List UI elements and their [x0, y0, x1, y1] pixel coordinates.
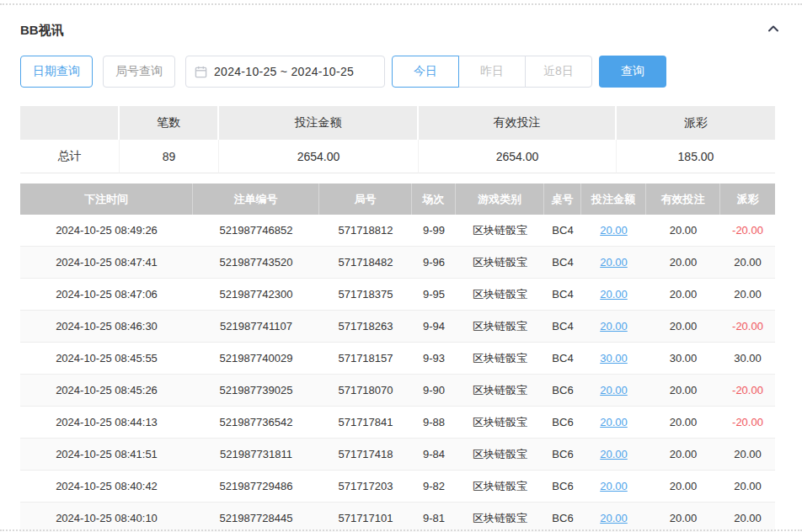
cell-session: 9-95 [412, 279, 456, 310]
table-row: 2024-10-25 08:47:41 521987743520 5717184… [20, 247, 775, 279]
bet-table-body: 2024-10-25 08:49:26 521987746852 5717188… [20, 215, 775, 532]
summary-header-payout: 派彩 [617, 106, 775, 140]
cell-round-no: 571717841 [319, 407, 412, 438]
date-range-value: 2024-10-25 ~ 2024-10-25 [214, 65, 354, 78]
cell-table-no: BC4 [544, 215, 581, 246]
cell-game-type: 区块链骰宝 [456, 503, 544, 532]
bet-amount-link[interactable]: 20.00 [581, 407, 646, 438]
cell-payout: -20.00 [720, 407, 775, 438]
cell-order-no: 521987743520 [193, 247, 319, 278]
cell-bet-time: 2024-10-25 08:45:55 [20, 343, 193, 374]
cell-round-no: 571717203 [319, 471, 412, 502]
summary-header-row: 笔数 投注金额 有效投注 派彩 [20, 106, 775, 140]
cell-table-no: BC6 [544, 375, 581, 406]
summary-payout-value: 185.00 [617, 140, 775, 173]
cell-game-type: 区块链骰宝 [456, 247, 544, 278]
collapse-button[interactable] [765, 22, 782, 39]
bet-amount-link[interactable]: 20.00 [581, 311, 646, 342]
cell-valid-bet: 20.00 [646, 311, 720, 342]
summary-bet-count-value: 89 [120, 140, 219, 173]
cell-session: 9-99 [412, 215, 456, 246]
section-header: BB视讯 [20, 22, 782, 39]
cell-payout: -20.00 [720, 215, 775, 246]
cell-round-no: 571718812 [319, 215, 412, 246]
bet-amount-link[interactable]: 20.00 [581, 439, 646, 470]
table-row: 2024-10-25 08:41:51 521987731811 5717174… [20, 439, 775, 471]
table-header-row: 下注时间 注单编号 局号 场次 游戏类别 桌号 投注金额 有效投注 派彩 [20, 184, 775, 215]
cell-valid-bet: 20.00 [646, 247, 720, 278]
cell-session: 9-96 [412, 247, 456, 278]
bet-amount-link[interactable]: 20.00 [581, 503, 646, 532]
bet-amount-link[interactable]: 20.00 [581, 247, 646, 278]
page-title: BB视讯 [20, 23, 64, 39]
cell-payout: -20.00 [720, 375, 775, 406]
cell-payout: -20.00 [720, 311, 775, 342]
cell-round-no: 571718263 [319, 311, 412, 342]
cell-session: 9-94 [412, 311, 456, 342]
bet-amount-link[interactable]: 30.00 [581, 343, 646, 374]
cell-order-no: 521987746852 [193, 215, 319, 246]
cell-order-no: 521987729486 [193, 471, 319, 502]
cell-valid-bet: 30.00 [646, 343, 720, 374]
quick-range-yesterday[interactable]: 昨日 [458, 56, 526, 88]
cell-session: 9-90 [412, 375, 456, 406]
date-range-input[interactable]: 2024-10-25 ~ 2024-10-25 [185, 56, 385, 88]
table-row: 2024-10-25 08:47:06 521987742300 5717183… [20, 279, 775, 311]
date-query-tab[interactable]: 日期查询 [20, 56, 93, 88]
quick-range-today[interactable]: 今日 [392, 56, 459, 88]
bet-records-table: 下注时间 注单编号 局号 场次 游戏类别 桌号 投注金额 有效投注 派彩 202… [20, 184, 775, 532]
cell-order-no: 521987731811 [193, 439, 319, 470]
cell-game-type: 区块链骰宝 [456, 279, 544, 310]
cell-payout: 20.00 [720, 503, 775, 532]
cell-valid-bet: 20.00 [646, 503, 720, 532]
bet-amount-link[interactable]: 20.00 [581, 279, 646, 310]
summary-valid-bet-value: 2654.00 [419, 140, 617, 173]
col-header-order-no: 注单编号 [193, 184, 319, 215]
summary-table: 笔数 投注金额 有效投注 派彩 总计 89 2654.00 2654.00 18… [20, 106, 775, 173]
cell-order-no: 521987740029 [193, 343, 319, 374]
bottom-dotted-divider [0, 529, 802, 531]
top-dotted-divider [0, 3, 802, 5]
cell-game-type: 区块链骰宝 [456, 215, 544, 246]
cell-table-no: BC6 [544, 439, 581, 470]
cell-order-no: 521987736542 [193, 407, 319, 438]
cell-bet-time: 2024-10-25 08:47:41 [20, 247, 193, 278]
bet-amount-link[interactable]: 20.00 [581, 471, 646, 502]
bet-amount-link[interactable]: 20.00 [581, 375, 646, 406]
summary-total-row: 总计 89 2654.00 2654.00 185.00 [20, 140, 775, 173]
cell-game-type: 区块链骰宝 [456, 311, 544, 342]
summary-header-bet-count: 笔数 [120, 106, 219, 140]
cell-game-type: 区块链骰宝 [456, 375, 544, 406]
cell-bet-time: 2024-10-25 08:45:26 [20, 375, 193, 406]
summary-total-label: 总计 [20, 140, 120, 173]
cell-valid-bet: 20.00 [646, 215, 720, 246]
col-header-payout: 派彩 [720, 184, 775, 215]
search-button[interactable]: 查询 [599, 56, 666, 88]
table-row: 2024-10-25 08:44:13 521987736542 5717178… [20, 407, 775, 439]
quick-range-group: 今日 昨日 近8日 [392, 56, 592, 88]
cell-game-type: 区块链骰宝 [456, 407, 544, 438]
cell-table-no: BC4 [544, 343, 581, 374]
cell-payout: 20.00 [720, 471, 775, 502]
cell-table-no: BC6 [544, 407, 581, 438]
cell-payout: 30.00 [720, 343, 775, 374]
round-query-tab[interactable]: 局号查询 [103, 56, 175, 88]
summary-header-bet-amount: 投注金额 [219, 106, 419, 140]
cell-round-no: 571717418 [319, 439, 412, 470]
quick-range-last8days[interactable]: 近8日 [525, 56, 592, 88]
col-header-valid-bet: 有效投注 [646, 184, 720, 215]
cell-payout: 20.00 [720, 279, 775, 310]
cell-game-type: 区块链骰宝 [456, 343, 544, 374]
col-header-round-no: 局号 [319, 184, 412, 215]
cell-session: 9-88 [412, 407, 456, 438]
cell-bet-time: 2024-10-25 08:49:26 [20, 215, 193, 246]
cell-session: 9-81 [412, 503, 456, 532]
cell-valid-bet: 20.00 [646, 439, 720, 470]
calendar-icon [195, 66, 207, 78]
bet-amount-link[interactable]: 20.00 [581, 215, 646, 246]
bb-video-section: BB视讯 日期查询 局号查询 2024-10-25 ~ 2024-10-25 今… [0, 22, 802, 532]
cell-bet-time: 2024-10-25 08:40:10 [20, 503, 193, 532]
cell-payout: 20.00 [720, 247, 775, 278]
cell-valid-bet: 20.00 [646, 471, 720, 502]
summary-header-valid-bet: 有效投注 [419, 106, 617, 140]
